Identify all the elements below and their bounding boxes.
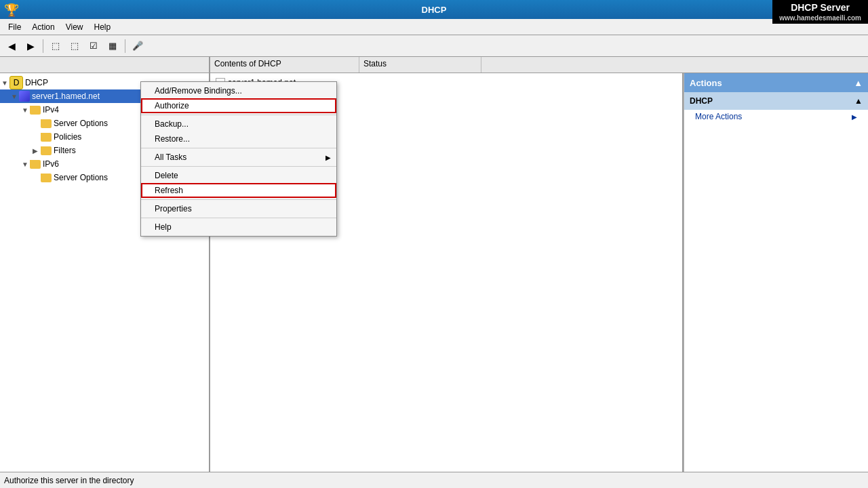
toolbar-btn5[interactable]: 🎤 [129, 38, 146, 54]
ctx-refresh-label: Refresh [155, 186, 183, 195]
ctx-sep3 [141, 166, 336, 167]
menu-help[interactable]: Help [89, 21, 117, 33]
toolbar-btn1[interactable]: ⬚ [47, 38, 64, 54]
ctx-restore[interactable]: Restore... [141, 131, 336, 146]
actions-header-label: Actions [690, 78, 722, 88]
ctx-refresh[interactable]: Refresh [141, 183, 336, 198]
folder-srvopt-ipv6-icon [41, 174, 52, 182]
tree-policies-label: Policies [54, 132, 81, 142]
expand-ipv4: ▼ [22, 106, 30, 114]
brand-url: www.hamedesmaeili.com [779, 14, 861, 22]
expand-ipv6: ▼ [22, 161, 30, 168]
actions-dhcp-section: DHCP ▲ [684, 92, 868, 110]
ctx-sep4 [141, 199, 336, 200]
title-bar-logo: 🏆 [4, 3, 19, 18]
menu-view[interactable]: View [60, 21, 89, 33]
col-header-contents: Contents of DHCP [210, 57, 359, 73]
ctx-delete[interactable]: Delete [141, 168, 336, 183]
folder-filters-icon [41, 146, 52, 155]
ctx-help[interactable]: Help [141, 220, 336, 235]
more-actions-label: More Actions [695, 112, 742, 121]
toolbar-forward[interactable]: ▶ [22, 38, 39, 54]
ctx-delete-label: Delete [155, 171, 178, 180]
col-header-status: Status [359, 57, 481, 73]
toolbar-sep2 [125, 39, 125, 53]
ctx-add-remove-bindings[interactable]: Add/Remove Bindings... [141, 83, 336, 98]
left-col-header [0, 57, 210, 73]
folder-policies-icon [41, 133, 52, 142]
content-header: Contents of DHCP Status [0, 57, 868, 73]
tree-filters-label: Filters [54, 146, 76, 155]
ctx-properties[interactable]: Properties [141, 201, 336, 216]
status-bar: Authorize this server in the directory [0, 472, 868, 488]
folder-srvopt-icon [41, 119, 52, 128]
ctx-properties-label: Properties [155, 204, 192, 214]
more-actions-arrow-icon: ▶ [852, 113, 857, 121]
toolbar-back[interactable]: ◀ [3, 38, 20, 54]
actions-dhcp-label: DHCP [690, 96, 713, 106]
tree-root-label: DHCP [25, 78, 48, 87]
toolbar: ◀ ▶ ⬚ ⬚ ☑ ▦ 🎤 [0, 35, 868, 57]
tree-ipv4-label: IPv4 [43, 105, 59, 115]
ctx-sep5 [141, 218, 336, 218]
context-menu: Add/Remove Bindings... Authorize Backup.… [140, 81, 337, 237]
folder-ipv4-icon [30, 106, 41, 115]
menu-bar: File Action View Help [0, 19, 868, 35]
title-bar: 🏆 DHCP DHCP Server www.hamedesmaeili.com [0, 0, 868, 19]
ctx-all-tasks-label: All Tasks [155, 152, 186, 162]
expand-server1: ▼ [11, 93, 19, 100]
brand-title: DHCP Server [779, 1, 861, 14]
ctx-sep2 [141, 148, 336, 148]
actions-header: Actions ▲ [684, 73, 868, 92]
actions-collapse-icon[interactable]: ▲ [854, 78, 863, 88]
server-icon [19, 91, 30, 102]
right-col-headers: Contents of DHCP Status [210, 57, 868, 73]
ctx-sep1 [141, 115, 336, 115]
menu-file[interactable]: File [3, 21, 26, 33]
menu-action[interactable]: Action [26, 21, 60, 33]
tree-server-options-ipv4-label: Server Options [54, 119, 108, 128]
ctx-backup-label: Backup... [155, 119, 189, 129]
status-text: Authorize this server in the directory [4, 476, 134, 485]
brand-badge: DHCP Server www.hamedesmaeili.com [772, 0, 868, 24]
title-bar-title: DHCP [422, 5, 447, 15]
action-more-actions[interactable]: More Actions ▶ [684, 110, 868, 123]
ctx-authorize-label: Authorize [155, 101, 189, 110]
actions-dhcp-expand-icon: ▲ [854, 96, 863, 106]
ctx-restore-label: Restore... [155, 134, 190, 144]
folder-ipv6-icon [30, 160, 41, 169]
ctx-authorize[interactable]: Authorize [141, 98, 336, 113]
tree-server1-label: server1.hamed.net [32, 92, 100, 101]
ctx-add-remove-label: Add/Remove Bindings... [155, 86, 242, 96]
ctx-help-label: Help [155, 222, 172, 232]
ctx-all-tasks-arrow: ▶ [326, 154, 331, 161]
expand-dhcp: ▼ [1, 79, 9, 87]
ctx-backup[interactable]: Backup... [141, 117, 336, 131]
tree-server-options-ipv6-label: Server Options [54, 173, 108, 182]
tree-ipv6-label: IPv6 [43, 159, 59, 169]
toolbar-btn4[interactable]: ▦ [104, 38, 121, 54]
ctx-all-tasks[interactable]: All Tasks ▶ [141, 150, 336, 165]
toolbar-btn2[interactable]: ⬚ [66, 38, 83, 54]
toolbar-sep1 [43, 39, 43, 53]
dhcp-root-icon: D [9, 76, 23, 89]
toolbar-btn3[interactable]: ☑ [85, 38, 102, 54]
main-layout: ▼ D DHCP ▼ server1.hamed.net ▼ IPv4 Serv… [0, 73, 868, 488]
expand-filters: ▶ [33, 147, 41, 155]
actions-panel: Actions ▲ DHCP ▲ More Actions ▶ [684, 73, 868, 488]
